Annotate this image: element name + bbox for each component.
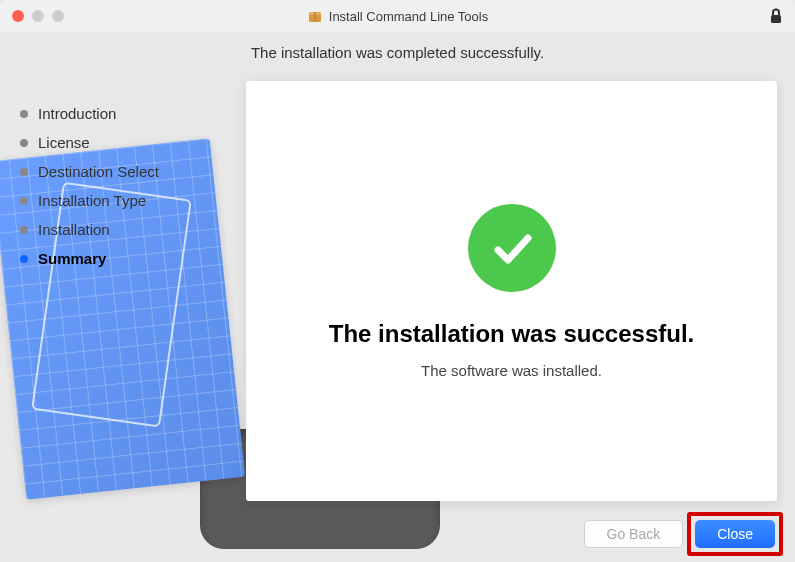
- svg-rect-1: [309, 12, 321, 15]
- footer-buttons: Go Back Close: [0, 506, 795, 562]
- success-subtitle: The software was installed.: [421, 362, 602, 379]
- svg-rect-0: [309, 13, 321, 22]
- step-label: Destination Select: [38, 163, 159, 180]
- success-title: The installation was successful.: [329, 320, 694, 348]
- step-bullet-icon: [20, 139, 28, 147]
- step-label: Installation: [38, 221, 110, 238]
- step-label: Installation Type: [38, 192, 146, 209]
- sidebar-item-installation-type: Installation Type: [20, 186, 230, 215]
- main-panel: The installation was successful. The sof…: [246, 81, 777, 501]
- sidebar-item-license: License: [20, 128, 230, 157]
- window-title-text: Install Command Line Tools: [329, 9, 488, 24]
- sidebar-item-destination-select: Destination Select: [20, 157, 230, 186]
- window-close-button[interactable]: [12, 10, 24, 22]
- step-bullet-icon: [20, 168, 28, 176]
- close-button[interactable]: Close: [695, 520, 775, 548]
- window-maximize-button: [52, 10, 64, 22]
- step-label: Introduction: [38, 105, 116, 122]
- sidebar-item-installation: Installation: [20, 215, 230, 244]
- lock-icon[interactable]: [769, 8, 783, 24]
- traffic-lights: [12, 10, 64, 22]
- svg-rect-2: [314, 12, 316, 22]
- svg-rect-3: [771, 15, 781, 23]
- package-icon: [307, 8, 323, 24]
- installer-subtitle: The installation was completed successfu…: [0, 32, 795, 69]
- step-label: Summary: [38, 250, 106, 267]
- step-bullet-icon: [20, 255, 28, 263]
- window-minimize-button: [32, 10, 44, 22]
- success-check-icon: [468, 204, 556, 292]
- step-bullet-icon: [20, 226, 28, 234]
- step-bullet-icon: [20, 197, 28, 205]
- titlebar: Install Command Line Tools: [0, 0, 795, 32]
- step-label: License: [38, 134, 90, 151]
- go-back-button: Go Back: [584, 520, 684, 548]
- window-title: Install Command Line Tools: [0, 8, 795, 24]
- sidebar-item-summary: Summary: [20, 244, 230, 273]
- sidebar-item-introduction: Introduction: [20, 99, 230, 128]
- step-bullet-icon: [20, 110, 28, 118]
- steps-sidebar: Introduction License Destination Select …: [20, 99, 230, 273]
- content-area: Introduction License Destination Select …: [0, 69, 795, 503]
